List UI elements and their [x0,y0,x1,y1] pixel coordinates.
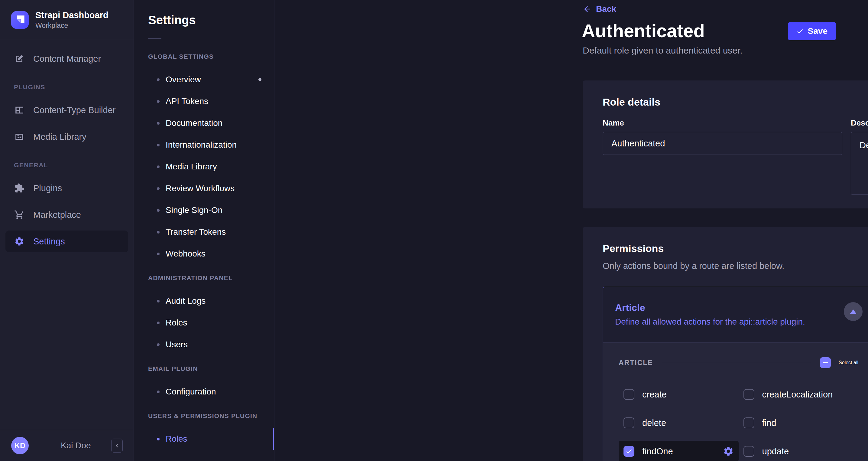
settings-sidebar-title: Settings [148,13,274,27]
accordion-description: Define all allowed actions for the api::… [615,317,862,327]
strapi-logo-icon [11,11,29,29]
permission-item-findone[interactable]: findOne [619,441,739,461]
settings-nav-item-label: Transfer Tokens [166,227,226,237]
permission-item-createlocalization[interactable]: createLocalization [739,384,859,405]
sidebar-item-plugins[interactable]: Plugins [5,177,128,199]
permissions-grid: createcreateLocalizationdeletefindfindOn… [619,384,858,461]
name-input[interactable] [602,132,842,155]
nav-section-heading: PLUGINS [5,84,128,91]
sidebar-item-marketplace[interactable]: Marketplace [5,204,128,226]
content-type-builder-icon [14,105,25,116]
bullet-icon [157,391,160,393]
main-content: Back Authenticated Default role given to… [274,0,868,461]
settings-nav-item-single-sign-on[interactable]: Single Sign-On [134,202,274,219]
permission-item-create[interactable]: create [619,384,739,405]
settings-nav-item-overview[interactable]: Overview [134,71,274,88]
settings-nav-item-webhooks[interactable]: Webhooks [134,245,274,262]
settings-nav-item-api-tokens[interactable]: API Tokens [134,93,274,110]
sidebar-item-label: Plugins [33,183,62,193]
settings-section-items: Configuration [134,383,274,400]
article-accordion-header[interactable]: Article Define all allowed actions for t… [603,287,868,342]
main-nav-list: Content ManagerPLUGINSContent-Type Build… [0,48,133,252]
settings-nav-item-configuration[interactable]: Configuration [134,383,274,400]
divider [661,363,811,363]
avatar[interactable]: KD [11,437,29,454]
settings-sidebar: Settings GLOBAL SETTINGSOverviewAPI Toke… [134,0,274,461]
permission-item-delete[interactable]: delete [619,412,739,433]
main-nav-section: PLUGINSContent-Type BuilderMedia Library [5,84,128,148]
select-all-control[interactable]: Select all [820,357,858,368]
back-button[interactable]: Back [583,2,616,16]
settings-nav-item-label: Configuration [166,387,216,397]
settings-nav-item-media-library[interactable]: Media Library [134,158,274,175]
settings-nav-item-review-workflows[interactable]: Review Workflows [134,180,274,197]
chevron-left-icon [113,442,121,449]
description-textarea[interactable]: Default role given to authenticated user… [851,132,868,195]
cart-icon [14,209,25,220]
permission-label: find [762,418,776,428]
unchecked-checkbox[interactable] [743,446,754,457]
article-accordion-body: ARTICLE Select all createcreateLocalizat… [603,342,868,461]
user-name: Kai Doe [61,441,91,451]
settings-nav-item-users[interactable]: Users [134,336,274,353]
save-button[interactable]: Save [788,22,836,40]
unchecked-checkbox[interactable] [743,417,754,428]
sidebar-item-media-library[interactable]: Media Library [5,126,128,148]
sidebar-item-content-type-builder[interactable]: Content-Type Builder [5,99,128,121]
bullet-icon [157,78,160,81]
bullet-icon [157,253,160,255]
workspace-switcher[interactable]: Strapi Dashboard Workplace [0,0,133,40]
name-field-group: Name [602,118,842,196]
collapse-accordion-button[interactable] [844,302,863,321]
sidebar-item-settings[interactable]: Settings [5,231,128,252]
settings-nav-item-label: Documentation [166,118,222,128]
settings-nav-item-transfer-tokens[interactable]: Transfer Tokens [134,224,274,240]
sidebar-item-label: Content-Type Builder [33,105,116,115]
puzzle-icon [14,183,25,194]
collapse-sidebar-button[interactable] [111,439,123,453]
brand-subtitle: Workplace [35,22,108,30]
settings-nav-item-label: Webhooks [166,249,206,259]
permissions-panel: Permissions Only actions bound by a rout… [583,227,868,461]
sidebar-item-label: Media Library [33,132,87,142]
bullet-icon [157,300,160,302]
settings-nav-item-audit-logs[interactable]: Audit Logs [134,292,274,310]
notification-dot-icon [258,78,261,81]
permission-item-find[interactable]: find [739,412,859,433]
settings-nav-item-label: Review Workflows [166,183,235,193]
main-nav-section: GENERALPluginsMarketplaceSettings [5,162,128,252]
sidebar-item-content-manager[interactable]: Content Manager [5,48,128,69]
unchecked-checkbox[interactable] [623,389,634,400]
settings-nav-list: GLOBAL SETTINGSOverviewAPI TokensDocumen… [134,53,274,448]
gear-icon[interactable] [723,446,734,457]
nav-items: PluginsMarketplaceSettings [5,177,128,252]
settings-nav-item-label: API Tokens [166,96,208,106]
permission-item-update[interactable]: update [739,441,859,461]
article-accordion: Article Define all allowed actions for t… [602,287,868,461]
settings-nav-item-label: Roles [166,318,187,327]
checked-checkbox[interactable] [623,446,634,457]
settings-nav-item-roles[interactable]: Roles [134,314,274,331]
active-indicator [273,428,274,450]
description-field-group: Description Default role given to authen… [851,118,868,196]
bullet-icon [157,144,160,146]
settings-section-items: Audit LogsRolesUsers [134,292,274,353]
settings-nav-item-documentation[interactable]: Documentation [134,115,274,132]
settings-nav-item-label: Internationalization [166,140,237,150]
content-manager-icon [14,53,25,64]
unchecked-checkbox[interactable] [623,417,634,428]
permission-label: create [642,390,667,400]
settings-section-items: OverviewAPI TokensDocumentationInternati… [134,71,274,262]
settings-nav-item-roles[interactable]: Roles [134,430,274,448]
settings-section-heading: USERS & PERMISSIONS PLUGIN [148,412,274,420]
sidebar-item-label: Marketplace [33,210,81,220]
select-all-label: Select all [839,360,858,366]
settings-nav-section: ADMINISTRATION PANELAudit LogsRolesUsers [134,275,274,353]
bullet-icon [157,343,160,346]
unchecked-checkbox[interactable] [743,389,754,400]
select-all-checkbox[interactable] [820,357,831,368]
sidebar-item-label: Settings [33,236,65,247]
settings-nav-item-internationalization[interactable]: Internationalization [134,137,274,153]
permission-label: delete [642,418,666,428]
brand-title: Strapi Dashboard [35,10,108,21]
